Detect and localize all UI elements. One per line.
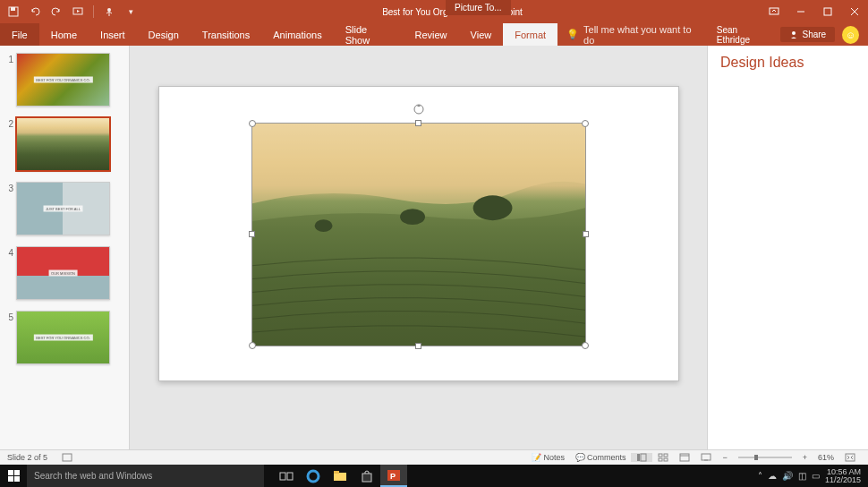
svg-rect-20 bbox=[664, 458, 668, 461]
svg-point-10 bbox=[472, 195, 512, 220]
edge-icon[interactable] bbox=[300, 465, 327, 487]
ribbon-display-options-icon[interactable] bbox=[761, 0, 787, 23]
slideshow-view-icon[interactable] bbox=[695, 453, 717, 462]
svg-rect-15 bbox=[637, 454, 640, 461]
tab-format[interactable]: Format bbox=[503, 23, 557, 46]
svg-rect-35 bbox=[334, 473, 346, 481]
tab-insert[interactable]: Insert bbox=[89, 23, 137, 46]
resize-handle-s[interactable] bbox=[415, 343, 421, 349]
tab-view[interactable]: View bbox=[459, 23, 504, 46]
svg-rect-30 bbox=[8, 476, 13, 482]
resize-handle-sw[interactable] bbox=[249, 342, 256, 349]
current-slide[interactable] bbox=[158, 86, 679, 381]
tell-me[interactable]: 💡 Tell me what you want to do bbox=[557, 24, 706, 46]
svg-rect-29 bbox=[14, 470, 20, 475]
zoom-out-icon[interactable]: − bbox=[717, 453, 732, 462]
file-explorer-icon[interactable] bbox=[327, 465, 353, 487]
tab-design[interactable]: Design bbox=[137, 23, 191, 46]
slide-thumbnails-panel: 1 BEST FOR YOU ORGANICS CO. 2 3 JUST BES… bbox=[0, 46, 130, 449]
tab-animations[interactable]: Animations bbox=[261, 23, 333, 46]
svg-rect-23 bbox=[702, 454, 711, 460]
powerpoint-taskbar-icon[interactable]: P bbox=[380, 465, 407, 487]
svg-rect-37 bbox=[362, 474, 371, 482]
normal-view-icon[interactable] bbox=[631, 453, 652, 462]
svg-point-11 bbox=[400, 209, 425, 225]
undo-icon[interactable] bbox=[29, 5, 41, 18]
store-icon[interactable] bbox=[353, 465, 380, 487]
workspace: 1 BEST FOR YOU ORGANICS CO. 2 3 JUST BES… bbox=[0, 46, 868, 449]
qat-separator bbox=[93, 5, 94, 18]
taskbar-search[interactable]: Search the web and Windows bbox=[27, 465, 264, 487]
svg-rect-14 bbox=[63, 454, 72, 461]
slide-thumbnail[interactable]: BEST FOR YOU ORGANICS CO. bbox=[16, 53, 110, 107]
ribbon: File Home Insert Design Transitions Anim… bbox=[0, 23, 868, 46]
selected-picture[interactable] bbox=[251, 123, 586, 346]
tell-me-text: Tell me what you want to do bbox=[583, 24, 697, 46]
thumb-number: 2 bbox=[4, 117, 16, 171]
tab-transitions[interactable]: Transitions bbox=[191, 23, 261, 46]
zoom-slider[interactable] bbox=[733, 453, 797, 462]
notes-button[interactable]: 📝 Notes bbox=[526, 453, 570, 462]
svg-rect-28 bbox=[8, 470, 13, 475]
comments-button[interactable]: 💬 Comments bbox=[570, 453, 632, 462]
vineyard-image bbox=[252, 124, 585, 346]
qat-dropdown-icon[interactable]: ▾ bbox=[124, 5, 137, 18]
save-icon[interactable] bbox=[7, 5, 20, 18]
start-from-beginning-icon[interactable] bbox=[72, 5, 84, 18]
onedrive-icon[interactable]: ☁ bbox=[768, 471, 777, 481]
svg-rect-26 bbox=[754, 455, 758, 460]
svg-rect-21 bbox=[680, 454, 689, 461]
quick-access-toolbar: ▾ bbox=[0, 5, 144, 18]
share-button[interactable]: Share bbox=[780, 27, 835, 42]
taskbar-clock[interactable]: 10:56 AM 11/2/2015 bbox=[825, 468, 861, 484]
title-bar: ▾ Best for You Organics - PowerPoint Pic… bbox=[0, 0, 868, 23]
slide-thumbnail[interactable] bbox=[16, 117, 110, 171]
tab-home[interactable]: Home bbox=[39, 23, 89, 46]
tray-chevron-icon[interactable]: ˄ bbox=[758, 471, 762, 481]
resize-handle-w[interactable] bbox=[249, 231, 255, 237]
share-icon bbox=[789, 30, 798, 39]
zoom-level[interactable]: 61% bbox=[813, 453, 839, 462]
thumb-number: 4 bbox=[4, 246, 16, 300]
slide-sorter-view-icon[interactable] bbox=[652, 453, 674, 462]
slide-canvas-area[interactable] bbox=[130, 46, 707, 449]
slide-thumbnail[interactable]: BEST FOR YOU ORGANICS CO. bbox=[16, 311, 110, 364]
system-tray: ˄ ☁ 🔊 ◫ ▭ 10:56 AM 11/2/2015 bbox=[758, 468, 868, 484]
task-view-icon[interactable] bbox=[273, 465, 300, 487]
tab-review[interactable]: Review bbox=[403, 23, 458, 46]
resize-handle-e[interactable] bbox=[583, 231, 589, 237]
windows-taskbar: Search the web and Windows P ˄ ☁ 🔊 ◫ ▭ 1… bbox=[0, 465, 868, 487]
touch-mode-icon[interactable] bbox=[103, 5, 115, 18]
close-icon[interactable] bbox=[841, 0, 868, 23]
thumb-number: 5 bbox=[4, 311, 16, 364]
feedback-smiley-icon[interactable]: ☺ bbox=[842, 26, 859, 44]
redo-icon[interactable] bbox=[50, 5, 63, 18]
start-button[interactable] bbox=[0, 470, 27, 482]
file-tab[interactable]: File bbox=[0, 23, 39, 46]
reading-view-icon[interactable] bbox=[674, 453, 695, 462]
slide-thumbnail[interactable]: OUR MISSION bbox=[16, 246, 110, 300]
svg-point-34 bbox=[308, 471, 319, 482]
svg-rect-4 bbox=[770, 8, 779, 14]
tab-slide-show[interactable]: Slide Show bbox=[334, 23, 404, 46]
spellcheck-icon[interactable] bbox=[56, 453, 78, 462]
design-ideas-pane: Design Ideas bbox=[707, 46, 868, 449]
maximize-icon[interactable] bbox=[814, 0, 841, 23]
thumb-number: 1 bbox=[4, 53, 16, 107]
action-center-icon[interactable]: ▭ bbox=[812, 471, 820, 481]
resize-handle-ne[interactable] bbox=[582, 120, 589, 127]
resize-handle-nw[interactable] bbox=[249, 120, 256, 127]
share-label: Share bbox=[802, 30, 826, 39]
resize-handle-n[interactable] bbox=[415, 120, 421, 126]
slide-thumbnail[interactable]: JUST BEST FOR ALL bbox=[16, 182, 110, 235]
resize-handle-se[interactable] bbox=[582, 342, 589, 349]
rotate-handle[interactable] bbox=[413, 103, 425, 115]
minimize-icon[interactable] bbox=[787, 0, 814, 23]
network-icon[interactable]: ◫ bbox=[798, 471, 806, 481]
user-name[interactable]: Sean Ethridge bbox=[706, 25, 781, 45]
slide-indicator[interactable]: Slide 2 of 5 bbox=[7, 453, 47, 462]
volume-icon[interactable]: 🔊 bbox=[782, 471, 793, 481]
svg-rect-33 bbox=[287, 473, 293, 480]
fit-to-window-icon[interactable] bbox=[839, 453, 861, 462]
zoom-in-icon[interactable]: + bbox=[797, 453, 813, 462]
